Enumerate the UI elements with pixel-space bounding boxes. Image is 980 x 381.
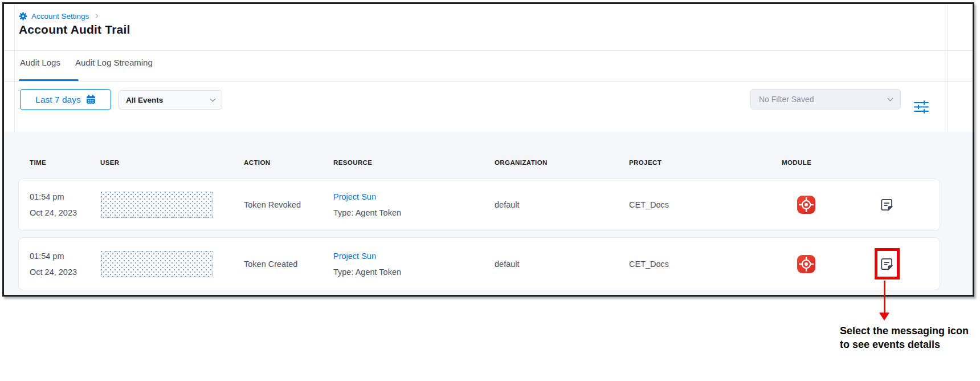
annotation-highlight-box (875, 248, 900, 279)
chevron-down-icon (888, 95, 893, 101)
resource-link[interactable]: Project Sun (333, 248, 401, 264)
date-range-label: Last 7 days (35, 95, 80, 105)
tab-audit-logs[interactable]: Audit Logs (20, 58, 60, 67)
sliders-icon (913, 100, 930, 114)
breadcrumb-label: Account Settings (31, 12, 89, 21)
header-divider (4, 50, 973, 51)
resource-cell: Project Sun Type: Agent Token (333, 189, 401, 221)
filter-settings-button[interactable] (913, 100, 930, 115)
screenshot-frame: Account Settings Account Audit Trail Aud… (2, 2, 974, 297)
resource-cell: Project Sun Type: Agent Token (333, 248, 401, 280)
redacted-user (101, 192, 213, 218)
date-range-button[interactable]: Last 7 days (20, 89, 111, 110)
event-date: Oct 24, 2023 (30, 205, 77, 221)
redacted-user (101, 251, 213, 277)
time-cell: 01:54 pm Oct 24, 2023 (30, 248, 77, 280)
tab-audit-log-streaming[interactable]: Audit Log Streaming (75, 58, 153, 67)
annotation-caption: Select the messaging icon to see events … (840, 324, 978, 352)
event-time: 01:54 pm (30, 248, 77, 264)
table-row: 01:54 pm Oct 24, 2023 Token Created Proj… (19, 238, 940, 290)
cet-target-icon (797, 196, 815, 214)
page-title: Account Audit Trail (19, 23, 130, 37)
column-header-module: MODULE (782, 159, 811, 166)
project-cell: CET_Docs (629, 260, 669, 269)
project-cell: CET_Docs (629, 200, 669, 209)
column-header-user: USER (100, 159, 120, 166)
table-row: 01:54 pm Oct 24, 2023 Token Revoked Proj… (19, 179, 940, 230)
gear-icon (19, 12, 27, 21)
annotation-arrow-head (879, 313, 889, 321)
event-date: Oct 24, 2023 (30, 264, 77, 280)
chevron-down-icon (210, 96, 216, 102)
annotation-arrow-line (884, 281, 885, 314)
action-cell: Token Created (244, 260, 297, 269)
note-message-icon (879, 197, 894, 212)
event-time: 01:54 pm (30, 189, 77, 205)
organization-cell: default (495, 260, 520, 269)
breadcrumb[interactable]: Account Settings (19, 10, 97, 22)
column-header-organization: ORGANIZATION (495, 159, 548, 166)
tab-bar: Audit Logs Audit Log Streaming (20, 58, 153, 67)
column-header-action: ACTION (244, 159, 270, 166)
resource-type: Type: Agent Token (333, 264, 401, 280)
action-cell: Token Revoked (244, 200, 301, 209)
resource-type: Type: Agent Token (333, 205, 401, 221)
cet-target-icon (797, 255, 815, 273)
organization-cell: default (495, 200, 520, 209)
saved-filter-dropdown[interactable]: No Filter Saved (750, 89, 901, 110)
column-header-time: TIME (30, 159, 46, 166)
chevron-right-icon (93, 14, 98, 18)
page-canvas: Account Settings Account Audit Trail Aud… (0, 0, 980, 381)
time-cell: 01:54 pm Oct 24, 2023 (30, 189, 77, 221)
column-header-project: PROJECT (629, 159, 662, 166)
event-type-value: All Events (126, 96, 163, 104)
event-type-dropdown[interactable]: All Events (119, 90, 222, 110)
resource-link[interactable]: Project Sun (333, 189, 401, 205)
saved-filter-value: No Filter Saved (759, 95, 814, 104)
calendar-icon (86, 95, 96, 104)
event-details-button[interactable] (879, 197, 894, 212)
tabs-divider (4, 81, 973, 82)
column-header-resource: RESOURCE (333, 159, 372, 166)
